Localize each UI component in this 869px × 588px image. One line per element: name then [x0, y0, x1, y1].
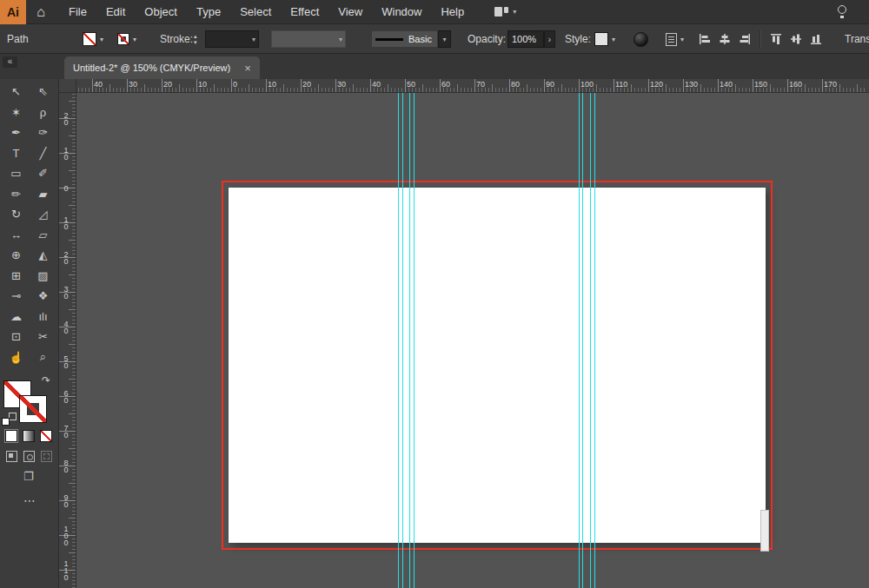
- stroke-preview-line: [375, 38, 403, 41]
- ruler-label: 50: [407, 81, 415, 89]
- horizontal-ruler[interactable]: 4030201001020304050607080901001101201301…: [76, 79, 869, 93]
- blend-tool[interactable]: ❖: [30, 286, 56, 307]
- document-tab[interactable]: Untitled-2* @ 150% (CMYK/Preview) ×: [64, 56, 260, 79]
- graphic-style-swatch[interactable]: [594, 32, 608, 46]
- color-button[interactable]: [5, 430, 17, 442]
- type-tool[interactable]: T: [3, 143, 30, 164]
- shaper-tool[interactable]: ✏: [3, 184, 30, 205]
- none-button[interactable]: [40, 430, 52, 442]
- pen-tool[interactable]: ✒: [3, 122, 30, 143]
- vertical-ruler[interactable]: 20100102030405060708090100110: [59, 93, 76, 588]
- menu-bar: Ai ⌂ FileEditObjectTypeSelectEffectViewW…: [0, 0, 869, 24]
- free-transform-tool[interactable]: ▱: [30, 225, 56, 246]
- chevron-down-icon[interactable]: ▾: [133, 36, 136, 43]
- stroke-color-swatch[interactable]: [117, 33, 129, 45]
- align-bottom-icon[interactable]: [810, 33, 822, 45]
- stroke-color-indicator[interactable]: [19, 395, 47, 423]
- menu-item[interactable]: Window: [372, 0, 431, 24]
- stroke-weight-select[interactable]: ▾: [205, 30, 259, 48]
- transform-panel-button[interactable]: Transform: [845, 33, 869, 45]
- shape-builder-tool[interactable]: ⊕: [3, 245, 30, 266]
- chevron-down-icon[interactable]: ▾: [100, 36, 103, 43]
- opacity-input[interactable]: 100%: [507, 30, 544, 48]
- close-tab-icon[interactable]: ×: [244, 63, 251, 74]
- default-fill-stroke-icon[interactable]: [2, 413, 17, 426]
- menu-item[interactable]: Select: [230, 0, 281, 24]
- opacity-value: 100%: [512, 34, 536, 44]
- home-icon[interactable]: ⌂: [26, 0, 56, 24]
- ruler-label: 10: [62, 146, 70, 160]
- align-vertical-center-icon[interactable]: [790, 33, 802, 45]
- ruler-label: 90: [62, 493, 70, 507]
- gradient-tool[interactable]: ▨: [30, 266, 56, 287]
- gradient-button[interactable]: [23, 430, 35, 442]
- opacity-label[interactable]: Opacity:: [468, 33, 506, 45]
- canvas[interactable]: [76, 93, 869, 588]
- width-tool[interactable]: ↔: [3, 225, 30, 246]
- stroke-weight-stepper[interactable]: ▴ ▾: [194, 34, 197, 44]
- workspace-switcher[interactable]: ▾: [494, 7, 516, 17]
- app-logo[interactable]: Ai: [0, 0, 26, 24]
- selection-type-label: Path: [7, 33, 29, 45]
- ruler-label: 150: [754, 81, 767, 89]
- menu-item[interactable]: File: [59, 0, 96, 24]
- stroke-style-chevron-button[interactable]: ▾: [438, 30, 451, 48]
- draw-behind-icon[interactable]: [23, 451, 35, 462]
- lasso-tool[interactable]: ρ: [30, 102, 56, 123]
- scale-tool[interactable]: ◿: [30, 204, 56, 225]
- magic-wand-tool[interactable]: ✶: [3, 102, 30, 123]
- rotate-tool[interactable]: ↻: [3, 204, 30, 225]
- chevron-down-icon[interactable]: ▾: [612, 36, 615, 43]
- slice-tool[interactable]: ✂: [30, 327, 56, 347]
- chevron-down-icon: ▾: [249, 36, 258, 43]
- document-setup-icon[interactable]: [666, 33, 677, 46]
- menu-item[interactable]: Type: [187, 0, 230, 24]
- edit-toolbar-icon[interactable]: ⋯: [23, 493, 36, 507]
- align-top-icon[interactable]: [770, 33, 782, 45]
- fill-color-swatch[interactable]: [83, 32, 96, 46]
- artboard-tool[interactable]: ⊡: [3, 327, 30, 347]
- discover-lightbulb-icon[interactable]: [836, 4, 848, 19]
- collapse-panel-button[interactable]: «: [3, 56, 17, 68]
- curvature-tool[interactable]: ✑: [30, 122, 56, 143]
- ruler-label: 80: [511, 81, 520, 89]
- menu-item[interactable]: Help: [431, 0, 474, 24]
- ruler-label: 40: [94, 81, 103, 89]
- chevron-down-icon[interactable]: ▾: [680, 36, 684, 43]
- direct-selection-tool[interactable]: ⇖: [30, 82, 56, 102]
- screen-mode-icon[interactable]: ❐: [23, 470, 34, 483]
- menu-item[interactable]: Effect: [281, 0, 328, 24]
- perspective-grid-tool[interactable]: ◭: [30, 245, 56, 266]
- menu-item[interactable]: Edit: [96, 0, 135, 24]
- align-right-icon[interactable]: [739, 33, 751, 45]
- ruler-label: 10: [268, 81, 276, 89]
- chevron-down-icon: ▾: [513, 8, 516, 16]
- eyedropper-tool[interactable]: ⊸: [3, 286, 30, 307]
- ruler-label: 80: [62, 459, 70, 472]
- draw-normal-icon[interactable]: [6, 451, 17, 462]
- tools-panel: ↖ ⇖ ✶ ρ ✒ ✑ T ╱ ▭ ✐: [0, 79, 59, 588]
- selection-tool[interactable]: ↖: [3, 82, 30, 102]
- rectangle-tool[interactable]: ▭: [3, 163, 30, 184]
- symbol-sprayer-tool[interactable]: ☁: [3, 307, 30, 327]
- hand-tool[interactable]: ☝: [3, 347, 30, 368]
- stroke-label[interactable]: Stroke:: [160, 33, 193, 45]
- align-left-icon[interactable]: [699, 33, 711, 45]
- menu-item[interactable]: View: [328, 0, 372, 24]
- menu-item[interactable]: Object: [135, 0, 187, 24]
- ruler-corner[interactable]: [59, 79, 76, 93]
- column-graph-tool[interactable]: ılı: [30, 307, 56, 327]
- swap-fill-stroke-icon[interactable]: ↷: [42, 374, 50, 386]
- eraser-tool[interactable]: ▰: [30, 184, 56, 205]
- style-label[interactable]: Style:: [565, 33, 591, 45]
- stroke-style-select[interactable]: Basic: [371, 30, 438, 48]
- recolor-artwork-icon[interactable]: [634, 32, 648, 47]
- zoom-tool[interactable]: ⌕: [30, 347, 56, 368]
- paintbrush-tool[interactable]: ✐: [30, 163, 56, 184]
- mesh-tool[interactable]: ⊞: [3, 266, 30, 287]
- bleed-guide-rect: [222, 181, 773, 550]
- align-horizontal-center-icon[interactable]: [719, 33, 731, 45]
- opacity-panel-arrow[interactable]: ›: [544, 30, 555, 48]
- line-segment-tool[interactable]: ╱: [30, 143, 56, 164]
- tools-grid: ↖ ⇖ ✶ ρ ✒ ✑ T ╱ ▭ ✐: [3, 82, 56, 367]
